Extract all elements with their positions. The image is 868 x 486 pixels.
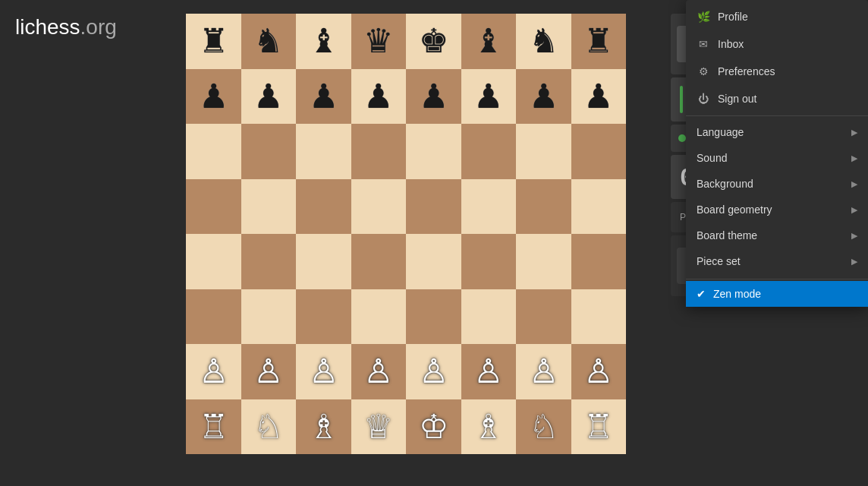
board-cell-6-5[interactable]: ♙ — [461, 344, 517, 399]
board-cell-7-4[interactable]: ♔ — [406, 399, 461, 455]
board-cell-0-7[interactable]: ♜ — [571, 14, 627, 69]
menu-item-sound[interactable]: Sound ▶ — [686, 145, 868, 171]
board-cell-2-0[interactable] — [186, 124, 241, 179]
board-cell-0-3[interactable]: ♛ — [351, 14, 407, 69]
board-cell-6-7[interactable]: ♙ — [571, 344, 627, 399]
board-cell-5-3[interactable] — [351, 289, 407, 345]
board-cell-4-4[interactable] — [406, 234, 461, 289]
chess-piece: ♗ — [473, 410, 503, 443]
board-cell-1-4[interactable]: ♟ — [406, 69, 461, 125]
board-cell-4-2[interactable] — [296, 234, 351, 289]
board-cell-6-0[interactable]: ♙ — [186, 344, 241, 399]
chess-piece: ♜ — [583, 24, 613, 58]
board-cell-5-2[interactable] — [296, 289, 351, 345]
board-cell-6-1[interactable]: ♙ — [241, 344, 297, 399]
chess-piece: ♙ — [309, 355, 338, 388]
chess-piece: ♙ — [253, 355, 283, 388]
piece-set-label: Piece set — [697, 255, 741, 267]
menu-section-account: 🌿 Profile ✉ Inbox ⚙ Preferences ⏻ Sign o… — [686, 0, 868, 116]
board-cell-7-7[interactable]: ♖ — [571, 399, 627, 455]
board-theme-arrow: ▶ — [851, 231, 857, 241]
board-cell-2-6[interactable] — [516, 124, 571, 179]
board-cell-7-5[interactable]: ♗ — [461, 399, 517, 455]
board-cell-2-2[interactable] — [296, 124, 351, 179]
board-cell-1-2[interactable]: ♟ — [296, 69, 351, 125]
signout-label: Sign out — [718, 93, 756, 105]
board-cell-3-2[interactable] — [296, 179, 351, 235]
inbox-label: Inbox — [718, 38, 744, 50]
board-cell-0-4[interactable]: ♚ — [406, 14, 461, 69]
menu-item-piece-set[interactable]: Piece set ▶ — [686, 248, 868, 274]
chess-piece: ♔ — [419, 410, 448, 443]
sound-arrow: ▶ — [851, 153, 857, 163]
board-cell-7-2[interactable]: ♗ — [296, 399, 351, 455]
chess-piece: ♟ — [363, 80, 393, 113]
board-cell-4-6[interactable] — [516, 234, 571, 289]
board-cell-6-4[interactable]: ♙ — [406, 344, 461, 399]
menu-item-preferences[interactable]: ⚙ Preferences — [686, 58, 868, 85]
chess-piece: ♝ — [309, 24, 338, 58]
board-cell-0-0[interactable]: ♜ — [186, 14, 241, 69]
menu-item-zen-mode[interactable]: ✔ Zen mode — [686, 281, 868, 307]
piece-set-arrow: ▶ — [851, 257, 857, 267]
chess-piece: ♟ — [583, 80, 613, 113]
chess-piece: ♟ — [253, 80, 283, 113]
board-cell-0-6[interactable]: ♞ — [516, 14, 571, 69]
menu-item-background[interactable]: Background ▶ — [686, 171, 868, 197]
chess-piece: ♙ — [199, 355, 228, 388]
board-cell-3-4[interactable] — [406, 179, 461, 235]
board-cell-4-1[interactable] — [241, 234, 297, 289]
board-cell-1-1[interactable]: ♟ — [241, 69, 297, 125]
menu-item-inbox[interactable]: ✉ Inbox — [686, 30, 868, 58]
board-cell-4-5[interactable] — [461, 234, 517, 289]
board-cell-1-6[interactable]: ♟ — [516, 69, 571, 125]
board-cell-5-1[interactable] — [241, 289, 297, 345]
board-cell-4-3[interactable] — [351, 234, 407, 289]
chess-piece: ♝ — [473, 24, 503, 58]
inbox-icon: ✉ — [697, 37, 710, 51]
board-cell-0-1[interactable]: ♞ — [241, 14, 297, 69]
board-cell-7-0[interactable]: ♖ — [186, 399, 241, 455]
board-cell-6-3[interactable]: ♙ — [351, 344, 407, 399]
board-cell-2-4[interactable] — [406, 124, 461, 179]
chess-piece: ♙ — [529, 355, 558, 388]
board-cell-2-1[interactable] — [241, 124, 297, 179]
board-cell-5-7[interactable] — [571, 289, 627, 345]
menu-item-board-theme[interactable]: Board theme ▶ — [686, 222, 868, 248]
board-cell-3-3[interactable] — [351, 179, 407, 235]
board-cell-4-7[interactable] — [571, 234, 627, 289]
chess-piece: ♛ — [363, 24, 393, 58]
board-cell-6-6[interactable]: ♙ — [516, 344, 571, 399]
board-cell-2-3[interactable] — [351, 124, 407, 179]
board-cell-7-6[interactable]: ♘ — [516, 399, 571, 455]
menu-item-board-geometry[interactable]: Board geometry ▶ — [686, 197, 868, 222]
board-cell-2-7[interactable] — [571, 124, 627, 179]
board-cell-1-5[interactable]: ♟ — [461, 69, 517, 125]
clock-accent — [680, 86, 683, 113]
chess-piece: ♟ — [419, 80, 448, 113]
board-cell-0-2[interactable]: ♝ — [296, 14, 351, 69]
board-cell-0-5[interactable]: ♝ — [461, 14, 517, 69]
board-cell-7-3[interactable]: ♕ — [351, 399, 407, 455]
board-cell-5-5[interactable] — [461, 289, 517, 345]
menu-item-language[interactable]: Language ▶ — [686, 119, 868, 145]
menu-item-profile[interactable]: 🌿 Profile — [686, 3, 868, 30]
board-cell-5-0[interactable] — [186, 289, 241, 345]
board-cell-1-3[interactable]: ♟ — [351, 69, 407, 125]
chess-piece: ♙ — [419, 355, 448, 388]
board-cell-2-5[interactable] — [461, 124, 517, 179]
board-cell-3-1[interactable] — [241, 179, 297, 235]
board-cell-3-5[interactable] — [461, 179, 517, 235]
board-cell-7-1[interactable]: ♘ — [241, 399, 297, 455]
board-cell-3-6[interactable] — [516, 179, 571, 235]
board-cell-4-0[interactable] — [186, 234, 241, 289]
board-cell-5-6[interactable] — [516, 289, 571, 345]
board-cell-5-4[interactable] — [406, 289, 461, 345]
board-cell-1-0[interactable]: ♟ — [186, 69, 241, 125]
board-cell-1-7[interactable]: ♟ — [571, 69, 627, 125]
board-cell-3-0[interactable] — [186, 179, 241, 235]
board-cell-6-2[interactable]: ♙ — [296, 344, 351, 399]
menu-item-signout[interactable]: ⏻ Sign out — [686, 85, 868, 112]
preferences-icon: ⚙ — [697, 65, 710, 78]
board-cell-3-7[interactable] — [571, 179, 627, 235]
